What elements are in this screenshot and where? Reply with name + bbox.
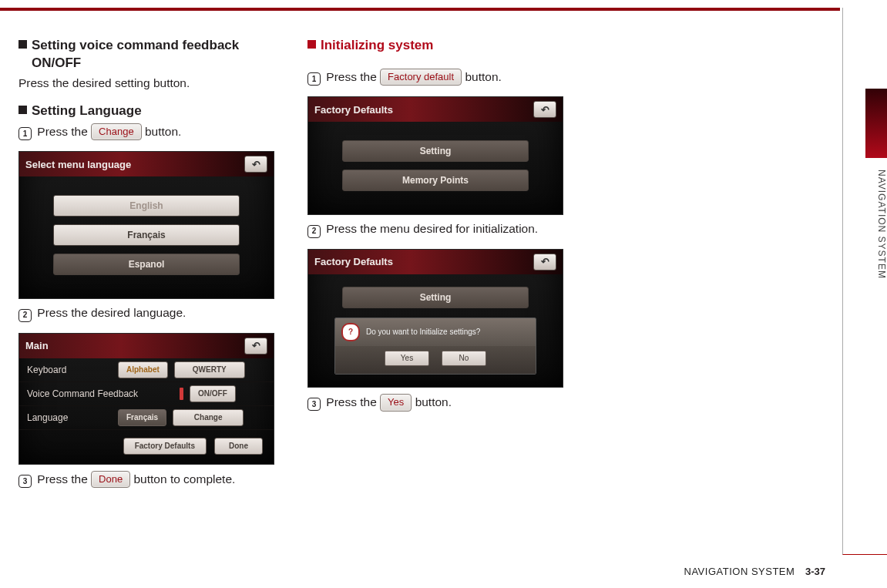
done-button[interactable]: Done <box>214 438 263 455</box>
step-line: 3 Press the Done button to complete. <box>18 471 284 489</box>
square-bullet-icon <box>18 106 27 114</box>
page-footer: NAVIGATION SYSTEM 3-37 <box>684 566 825 577</box>
footer-section: NAVIGATION SYSTEM <box>684 566 795 577</box>
step-text: Press the <box>326 70 380 83</box>
back-icon[interactable]: ↶ <box>244 156 267 173</box>
step-number-icon: 1 <box>18 127 32 140</box>
heading-voice-feedback: Setting voice command feedback ON/OFF <box>18 37 284 72</box>
step-line: 3 Press the Yes button. <box>307 394 573 412</box>
screenshot-main-settings: Main ↶ Keyboard Alphabet QWERTY Voice Co… <box>18 333 274 465</box>
footer-page: 3-37 <box>805 566 825 577</box>
step-text: Press the <box>326 395 380 408</box>
screen-title: Select menu language <box>25 159 131 170</box>
step-text: button. <box>145 125 181 138</box>
side-section-label: NAVIGATION SYSTEM <box>865 170 887 401</box>
question-icon: ? <box>341 323 360 341</box>
confirm-dialog: ? Do you want to Initialize settings? Ye… <box>334 318 536 375</box>
voice-onoff-button[interactable]: ON/OFF <box>190 385 236 402</box>
screen-title: Factory Defaults <box>314 256 393 267</box>
step-line: 1 Press the Factory default button. <box>307 69 573 86</box>
language-value: Français <box>118 409 166 426</box>
step-number-icon: 2 <box>307 225 321 238</box>
screenshot-titlebar: Factory Defaults ↶ <box>308 250 563 274</box>
option-setting[interactable]: Setting <box>342 140 529 162</box>
option-memory-points[interactable]: Memory Points <box>342 170 529 191</box>
option-espanol[interactable]: Espanol <box>53 254 240 275</box>
dialog-no-button[interactable]: No <box>442 351 486 366</box>
back-icon[interactable]: ↶ <box>533 101 556 118</box>
factory-default-button-inline: Factory default <box>380 69 462 86</box>
screen-title: Factory Defaults <box>314 104 393 116</box>
heading-setting-language: Setting Language <box>18 102 284 120</box>
row-label-language: Language <box>27 412 112 423</box>
screenshot-titlebar: Main ↶ <box>19 334 274 358</box>
heading-text-line2: ON/OFF <box>18 55 284 72</box>
change-button-inline: Change <box>91 123 142 141</box>
option-setting[interactable]: Setting <box>342 287 529 308</box>
screen-title: Main <box>25 340 49 351</box>
section-color-tab <box>865 89 887 158</box>
heading-text: Setting voice command feedback <box>32 38 239 52</box>
back-icon[interactable]: ↶ <box>533 254 556 270</box>
square-bullet-icon <box>18 40 27 49</box>
language-change-button[interactable]: Change <box>173 409 244 426</box>
step-text: button to complete. <box>133 472 235 486</box>
step-number-icon: 1 <box>307 72 321 86</box>
square-bullet-icon <box>307 40 316 49</box>
status-indicator-icon <box>180 388 183 400</box>
step-text: Press the <box>37 125 91 138</box>
yes-button-inline: Yes <box>380 394 412 412</box>
step-text: Press the desired language. <box>37 306 186 319</box>
row-label-keyboard: Keyboard <box>27 365 112 375</box>
dialog-yes-button[interactable]: Yes <box>385 351 429 366</box>
step-text: button. <box>465 70 501 83</box>
heading-text: Initializing system <box>321 38 433 52</box>
screenshot-confirm-dialog: Factory Defaults ↶ Setting ? Do you want… <box>307 249 563 388</box>
step-number-icon: 2 <box>18 309 32 322</box>
step-number-icon: 3 <box>307 398 321 411</box>
heading-initializing-system: Initializing system <box>307 37 573 55</box>
step-line: 2 Press the desired language. <box>18 305 284 322</box>
right-column: Initializing system 1 Press the Factory … <box>307 32 573 499</box>
keyboard-alphabet-button[interactable]: Alphabet <box>118 361 168 378</box>
step-number-icon: 3 <box>18 475 32 488</box>
keyboard-qwerty-button[interactable]: QWERTY <box>174 361 245 378</box>
screenshot-language-menu: Select menu language ↶ English Français … <box>18 151 274 299</box>
body-text: Press the desired setting button. <box>18 76 284 92</box>
option-francais[interactable]: Français <box>53 224 240 246</box>
step-text: Press the menu desired for initializatio… <box>326 222 538 235</box>
option-english[interactable]: English <box>53 195 240 217</box>
step-text: button. <box>415 395 452 408</box>
left-column: Setting voice command feedback ON/OFF Pr… <box>18 32 284 499</box>
screenshot-factory-defaults-menu: Factory Defaults ↶ Setting Memory Points <box>307 96 563 215</box>
side-tab: NAVIGATION SYSTEM <box>842 8 887 555</box>
step-line: 2 Press the menu desired for initializat… <box>307 221 573 238</box>
dialog-message: Do you want to Initialize settings? <box>366 328 480 336</box>
heading-text: Setting Language <box>32 103 142 118</box>
row-label-voice-feedback: Voice Command Feedback <box>27 388 173 399</box>
step-line: 1 Press the Change button. <box>18 123 284 141</box>
done-button-inline: Done <box>91 471 130 489</box>
top-rule <box>0 8 840 11</box>
screenshot-titlebar: Factory Defaults ↶ <box>308 97 563 122</box>
screenshot-titlebar: Select menu language ↶ <box>19 152 274 176</box>
back-icon[interactable]: ↶ <box>244 338 267 354</box>
step-text: Press the <box>37 472 91 486</box>
factory-defaults-button[interactable]: Factory Defaults <box>123 438 207 455</box>
